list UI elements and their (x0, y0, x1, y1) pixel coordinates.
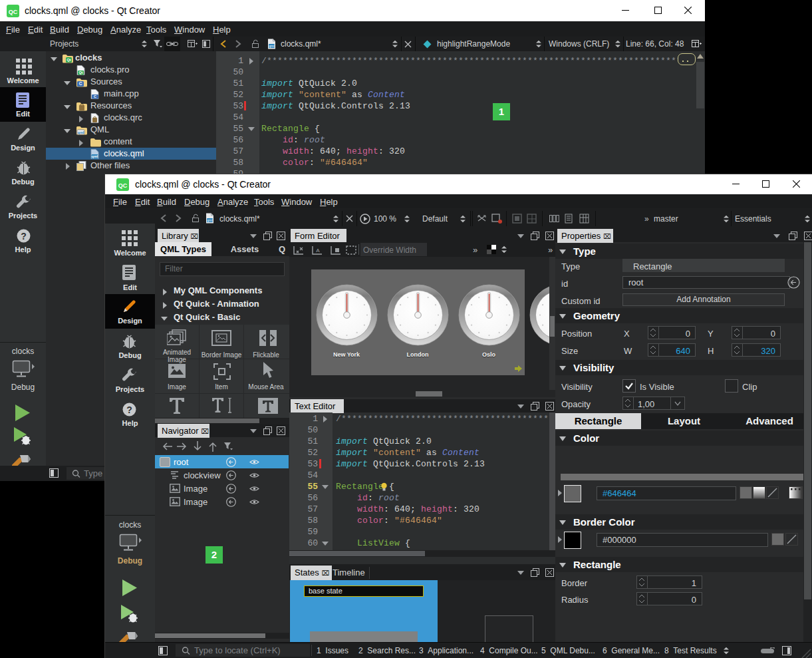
svg-text:?: ? (126, 405, 132, 415)
svg-text:C: C (79, 81, 82, 86)
svg-text:qml: qml (78, 130, 84, 134)
svg-text:qml: qml (207, 218, 213, 222)
svg-text:A: A (316, 247, 320, 253)
svg-text:Qt: Qt (78, 71, 82, 75)
svg-text:QC: QC (9, 9, 18, 15)
svg-text:qml: qml (269, 44, 275, 48)
svg-text:C: C (94, 94, 96, 98)
svg-text:?: ? (21, 231, 27, 242)
svg-text:Qt: Qt (67, 58, 71, 62)
svg-text:QC: QC (118, 182, 128, 189)
svg-text:qml: qml (92, 154, 98, 158)
